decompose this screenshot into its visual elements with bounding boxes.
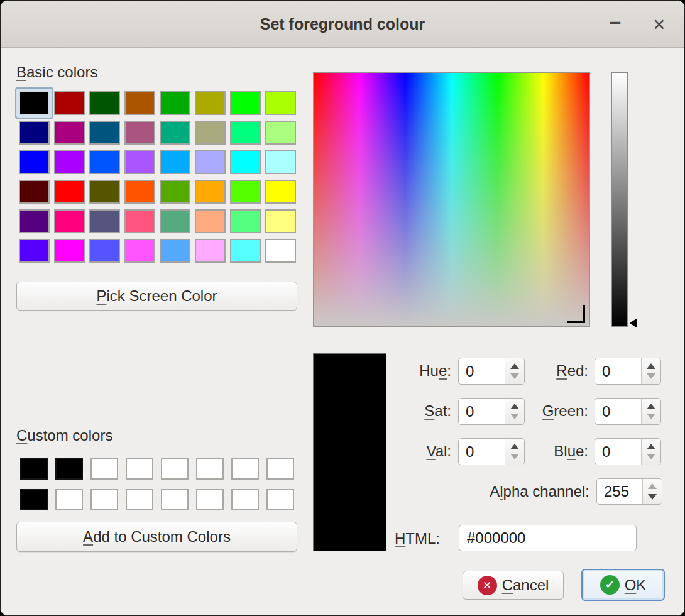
color-swatch[interactable] — [124, 121, 155, 145]
color-swatch[interactable] — [230, 239, 261, 263]
close-button[interactable]: × — [645, 8, 673, 41]
html-input[interactable] — [459, 525, 637, 551]
spin-up-icon[interactable] — [647, 404, 655, 409]
color-swatch[interactable] — [230, 121, 261, 145]
color-swatch[interactable] — [54, 239, 85, 263]
color-swatch[interactable] — [124, 209, 155, 233]
color-swatch[interactable] — [160, 180, 190, 204]
color-swatch[interactable] — [19, 180, 50, 204]
color-swatch[interactable] — [55, 458, 83, 480]
color-swatch[interactable] — [265, 180, 296, 204]
color-swatch[interactable] — [161, 458, 189, 480]
color-swatch[interactable] — [19, 239, 50, 263]
color-swatch[interactable] — [161, 489, 189, 510]
color-swatch[interactable] — [195, 180, 226, 204]
color-swatch[interactable] — [230, 209, 261, 233]
pick-screen-color-button[interactable]: Pick Screen Color — [16, 282, 297, 311]
color-swatch[interactable] — [231, 489, 259, 510]
add-to-custom-colors-button[interactable]: Add to Custom Colors — [16, 522, 297, 552]
color-swatch[interactable] — [265, 239, 296, 263]
color-swatch[interactable] — [195, 91, 226, 115]
red-label: Red: — [490, 362, 588, 380]
spin-up-icon[interactable] — [647, 363, 655, 369]
color-swatch[interactable] — [160, 239, 190, 263]
spin-down-icon[interactable] — [647, 414, 655, 419]
color-swatch[interactable] — [19, 121, 50, 145]
color-swatch[interactable] — [54, 180, 85, 204]
html-label: HTML: — [395, 530, 440, 547]
color-swatch[interactable] — [196, 458, 224, 480]
color-swatch[interactable] — [160, 150, 190, 174]
color-swatch[interactable] — [265, 209, 296, 233]
color-swatch[interactable] — [124, 239, 155, 263]
color-swatch[interactable] — [89, 91, 120, 115]
color-swatch[interactable] — [19, 150, 50, 174]
spin-down-icon[interactable] — [647, 454, 655, 459]
spin-down-icon[interactable] — [648, 494, 657, 500]
cancel-button[interactable]: ✕ Cancel — [463, 571, 564, 600]
green-label: Green: — [490, 402, 588, 420]
color-swatch[interactable] — [160, 209, 190, 233]
color-swatch[interactable] — [124, 180, 155, 204]
custom-colors-grid — [20, 458, 294, 510]
color-swatch[interactable] — [265, 121, 296, 145]
color-swatch[interactable] — [19, 209, 50, 233]
color-swatch[interactable] — [160, 91, 190, 115]
color-swatch[interactable] — [54, 209, 85, 233]
ok-label: OK — [625, 576, 647, 594]
color-swatch[interactable] — [266, 458, 294, 480]
color-swatch[interactable] — [126, 458, 153, 480]
color-swatch[interactable] — [230, 150, 261, 174]
color-swatch[interactable] — [265, 150, 296, 174]
color-swatch[interactable] — [89, 209, 120, 233]
color-swatch[interactable] — [20, 458, 48, 480]
color-swatch[interactable] — [230, 91, 261, 115]
cancel-label: Cancel — [502, 576, 549, 594]
red-input[interactable] — [595, 358, 641, 384]
minimize-button[interactable]: – — [601, 8, 629, 41]
color-swatch[interactable] — [266, 489, 294, 510]
color-swatch[interactable] — [196, 489, 224, 510]
color-swatch[interactable] — [20, 489, 48, 510]
basic-colors-label: Basic colors — [16, 63, 97, 81]
add-to-custom-colors-label: Add to Custom Colors — [83, 528, 231, 546]
color-swatch[interactable] — [90, 458, 118, 480]
green-input[interactable] — [595, 399, 641, 424]
color-swatch[interactable] — [195, 239, 226, 263]
hue-saturation-gradient — [314, 73, 589, 326]
value-slider-bar[interactable] — [611, 72, 628, 327]
color-swatch[interactable] — [124, 150, 155, 174]
blue-input[interactable] — [595, 439, 641, 465]
alpha-input[interactable] — [597, 479, 642, 504]
color-swatch[interactable] — [124, 91, 155, 115]
color-swatch[interactable] — [160, 121, 190, 145]
color-swatch[interactable] — [195, 121, 226, 145]
cancel-x-icon: ✕ — [478, 576, 497, 595]
hue-saturation-field[interactable] — [313, 72, 590, 327]
blue-spinbox — [595, 438, 661, 465]
hs-crosshair-marker — [567, 321, 585, 323]
value-slider-arrow-icon[interactable] — [630, 318, 637, 328]
color-swatch[interactable] — [89, 150, 120, 174]
color-swatch[interactable] — [89, 180, 120, 204]
color-swatch[interactable] — [231, 458, 259, 480]
ok-button[interactable]: ✔ OK — [581, 569, 665, 601]
spin-down-icon[interactable] — [647, 373, 655, 379]
color-swatch[interactable] — [54, 150, 85, 174]
color-swatch[interactable] — [90, 489, 118, 510]
color-swatch[interactable] — [54, 91, 85, 115]
spin-up-icon[interactable] — [647, 444, 655, 449]
spin-up-icon[interactable] — [648, 483, 657, 489]
color-swatch[interactable] — [54, 121, 85, 145]
hue-label: Hue: — [353, 362, 451, 380]
color-swatch[interactable] — [55, 489, 83, 510]
color-swatch[interactable] — [195, 209, 226, 233]
color-swatch[interactable] — [19, 91, 50, 115]
color-swatch[interactable] — [89, 121, 120, 145]
alpha-channel-label: Alpha channel: — [403, 483, 589, 500]
color-swatch[interactable] — [89, 239, 120, 263]
color-swatch[interactable] — [195, 150, 226, 174]
color-swatch[interactable] — [230, 180, 261, 204]
color-swatch[interactable] — [265, 91, 296, 115]
color-swatch[interactable] — [126, 489, 153, 510]
